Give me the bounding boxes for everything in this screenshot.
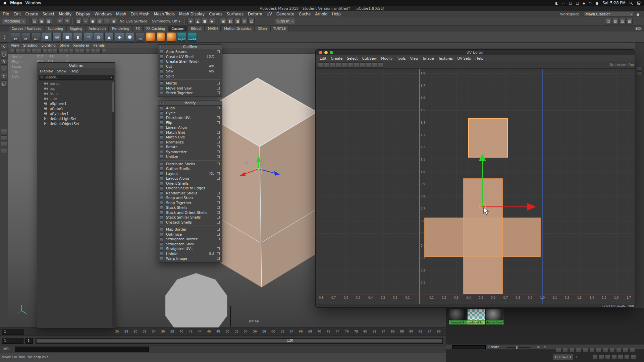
modify-item-distribute-shells[interactable]: Distribute Shells <box>158 162 222 167</box>
shade-uvs-icon[interactable] <box>342 62 347 68</box>
close-panel-icon[interactable]: ✕ <box>543 345 546 349</box>
make-live-icon[interactable]: ◉ <box>111 18 117 24</box>
lasso-tool-icon[interactable]: ◯ <box>1 51 7 57</box>
match-grid-options-box[interactable] <box>217 131 220 134</box>
symmetrize-options-box[interactable] <box>217 150 220 153</box>
menu-cache[interactable]: Cache <box>299 12 311 16</box>
modify-item-symmetrize[interactable]: Symmetrize <box>158 149 222 155</box>
outliner-toggle-icon[interactable]: ◫ <box>605 18 611 24</box>
outliner-menu-help[interactable]: Help <box>70 69 78 73</box>
shelf-scroll-buttons[interactable]: ▴▾ <box>1 32 8 42</box>
cut-sew-item-split[interactable]: Split <box>158 74 222 79</box>
outliner-item-psphere1[interactable]: pSphere1 <box>37 101 115 106</box>
pixel-snap-icon[interactable] <box>336 62 341 68</box>
channel-box-toggle-icon[interactable]: ▥ <box>612 18 619 24</box>
current-frame-field[interactable]: 1 <box>2 329 24 335</box>
warp-image-options-box[interactable] <box>217 257 220 260</box>
modify-item-rotate[interactable]: Rotate <box>158 144 222 149</box>
menu-edit[interactable]: Edit <box>13 12 21 16</box>
shelf-tab-fx-caching[interactable]: FX Caching <box>143 26 168 32</box>
panel-toolbar-icon-8[interactable] <box>48 49 52 53</box>
macos-menu-window[interactable]: Window <box>25 1 41 5</box>
shelf-tab-sculpting[interactable]: Sculpting <box>45 26 66 32</box>
outliner-item-defaultlightset[interactable]: defaultLightSet <box>37 116 115 121</box>
uv-menu-uv-sets[interactable]: UV Sets <box>457 56 471 60</box>
search-icon[interactable] <box>623 348 628 353</box>
selection-mode-dropdown[interactable]: Modeling▾ <box>2 18 27 24</box>
sort-icon[interactable] <box>596 348 601 353</box>
distribute-shells-options-box[interactable] <box>217 163 220 165</box>
macos-app-menu[interactable]: Maya <box>10 1 22 5</box>
menu-generate[interactable]: Generate <box>276 12 294 16</box>
workspace-dropdown[interactable]: Maya Classic* ▾ <box>584 12 634 16</box>
select-hierarchy-icon[interactable]: ▲ <box>195 18 201 24</box>
scale-tool-icon[interactable]: ◱ <box>1 80 7 87</box>
menu-display[interactable]: Display <box>76 12 90 16</box>
split-horizontal-icon[interactable] <box>599 355 604 360</box>
range-slider-bar[interactable] <box>37 339 442 343</box>
shelf-item-ft[interactable]: FT <box>21 32 31 42</box>
command-line-language-label[interactable]: MEL <box>3 347 10 351</box>
modify-item-optimize[interactable]: Optimize <box>158 232 222 237</box>
menu-file[interactable]: File <box>3 12 9 16</box>
modify-item-normalize[interactable]: Normalize <box>158 140 222 145</box>
shelf-item-shaded-sphere-1[interactable] <box>146 32 155 42</box>
settings-icon[interactable] <box>630 348 635 353</box>
render-frame-icon[interactable]: ◧ <box>227 18 233 24</box>
menu-deform[interactable]: Deform <box>248 12 262 16</box>
cut-sew-item-merge[interactable]: Merge <box>158 81 222 86</box>
apple-menu-icon[interactable] <box>3 1 7 5</box>
shelf-tab-fx[interactable]: FX <box>132 26 143 32</box>
modify-item-snap-and-stack[interactable]: Snap and Stack <box>158 195 222 200</box>
grid-display-icon[interactable] <box>330 62 335 68</box>
move-tool-icon[interactable]: ✛ <box>1 66 7 72</box>
modify-item-cycle[interactable]: Cycle <box>158 111 222 116</box>
modify-item-orient-shells-to-edges[interactable]: Orient Shells to Edges <box>158 186 222 191</box>
modify-item-map-border[interactable]: Map Border <box>158 227 222 232</box>
panel-toolbar-icon-10[interactable] <box>58 49 63 53</box>
match-uvs-options-box[interactable] <box>217 136 220 138</box>
uv-menu-help[interactable]: Help <box>475 56 483 60</box>
menu-mesh-display[interactable]: Mesh Display <box>179 12 205 16</box>
menu-mesh[interactable]: Mesh <box>116 12 126 16</box>
panel-menu-shading[interactable]: Shading <box>23 43 38 47</box>
shelf-item-prism[interactable]: ◆ <box>115 32 124 42</box>
shelf-item-high6[interactable]: high6 <box>177 32 186 42</box>
bluetooth-icon[interactable]: ◆ <box>583 1 585 5</box>
panel-toolbar-icon-16[interactable] <box>91 49 95 53</box>
cut-sew-item-move-and-sew[interactable]: Move and Sew <box>158 86 222 91</box>
open-scene-icon[interactable]: ▣ <box>39 18 45 24</box>
shelf-tab-bifrost[interactable]: Bifrost <box>188 26 205 32</box>
paint-select-tool-icon[interactable]: ✎ <box>1 58 7 65</box>
stack-similar-shells-options-box[interactable] <box>217 216 220 219</box>
range-start-field[interactable]: 1 <box>2 338 23 344</box>
hypershade-tab[interactable]: Untitled_1 <box>553 354 574 360</box>
outliner-window[interactable]: Outliner DisplayShowHelp Search... ▾ per… <box>37 62 115 328</box>
sign-in-dropdown[interactable]: Sign In▾ <box>275 18 296 24</box>
slider-handle[interactable] <box>516 346 518 349</box>
snap-and-stack-options-box[interactable] <box>217 196 220 199</box>
search-input[interactable]: Search... ▾ <box>39 75 114 80</box>
modify-menu-title-bar[interactable]: Modify <box>158 101 222 106</box>
undo-icon[interactable]: ↶ <box>57 18 63 24</box>
panel-toolbar-icon-11[interactable] <box>64 49 68 53</box>
filter-icon[interactable] <box>589 348 595 353</box>
shelf-item-rt[interactable]: RT <box>11 32 20 42</box>
menu-edit-mesh[interactable]: Edit Mesh <box>130 12 149 16</box>
display-options-icon[interactable] <box>372 62 377 68</box>
unfold-options-box[interactable] <box>217 252 220 255</box>
uv-menu-select[interactable]: Select <box>347 56 358 60</box>
shelf-item-hist[interactable]: Hist <box>32 32 41 42</box>
tab-layout-icon[interactable] <box>592 355 598 360</box>
select-component-icon[interactable]: ◆ <box>209 18 215 24</box>
symmetry-dropdown[interactable]: Symmetry: Off ▾ <box>152 19 180 23</box>
optimize-options-box[interactable] <box>217 233 220 236</box>
menu-surfaces[interactable]: Surfaces <box>227 12 244 16</box>
panel-toolbar-icon-3[interactable] <box>21 49 25 53</box>
menu-uv[interactable]: UV <box>267 12 272 16</box>
charge-icon[interactable]: ● <box>595 1 598 5</box>
shelf-tab-rigging[interactable]: Rigging <box>66 26 85 32</box>
no-live-surface-label[interactable]: No Live Surface <box>120 19 147 23</box>
menu-windows[interactable]: Windows <box>95 12 112 16</box>
up-icon[interactable] <box>576 348 581 353</box>
